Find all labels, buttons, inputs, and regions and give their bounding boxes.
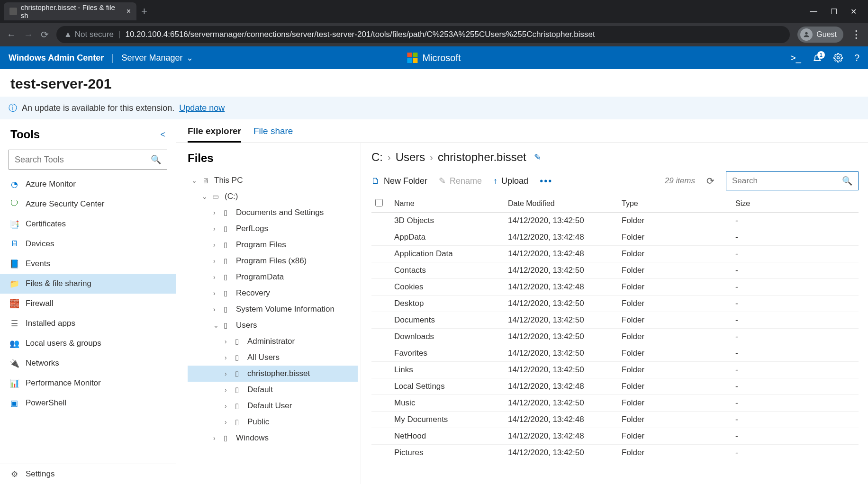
tool-icon: 📊 bbox=[9, 378, 19, 388]
tree-user-folder[interactable]: ›▯Default bbox=[188, 382, 358, 398]
powershell-icon[interactable]: >_ bbox=[790, 53, 801, 63]
browser-tab[interactable]: christopher.bisset - Files & file sh × bbox=[4, 2, 136, 20]
upload-button[interactable]: ↑ Upload bbox=[493, 176, 528, 186]
tree-user-folder[interactable]: ›▯Default User bbox=[188, 398, 358, 414]
tree-user-folder[interactable]: ›▯christopher.bisset bbox=[188, 366, 358, 382]
table-row[interactable]: Cookies14/12/2020, 13:42:48Folder- bbox=[371, 279, 859, 296]
row-name: Links bbox=[394, 365, 508, 375]
row-date: 14/12/2020, 13:42:50 bbox=[508, 332, 622, 341]
close-window-icon[interactable]: ✕ bbox=[850, 7, 857, 16]
sidebar-item-files-file-sharing[interactable]: 📁Files & file sharing bbox=[0, 274, 176, 294]
reload-button[interactable]: ⟳ bbox=[41, 29, 49, 40]
settings-gear-icon[interactable] bbox=[833, 53, 843, 63]
update-now-link[interactable]: Update now bbox=[179, 103, 225, 113]
sidebar-item-devices[interactable]: 🖥Devices bbox=[0, 234, 176, 254]
table-row[interactable]: Local Settings14/12/2020, 13:42:48Folder… bbox=[371, 378, 859, 395]
table-row[interactable]: Documents14/12/2020, 13:42:50Folder- bbox=[371, 312, 859, 329]
row-size: - bbox=[735, 233, 855, 242]
context-dropdown[interactable]: Server Manager ⌄ bbox=[121, 53, 193, 63]
tree-windows[interactable]: › ▯ Windows bbox=[188, 430, 358, 446]
table-row[interactable]: AppData14/12/2020, 13:42:48Folder- bbox=[371, 229, 859, 246]
not-secure-indicator[interactable]: ▲ Not secure bbox=[64, 30, 114, 39]
maximize-icon[interactable]: ☐ bbox=[831, 7, 837, 16]
chevron-down-icon: ⌄ bbox=[191, 177, 198, 184]
refresh-icon[interactable]: ⟳ bbox=[706, 175, 714, 187]
collapse-tools-icon[interactable]: < bbox=[160, 130, 165, 140]
minimize-icon[interactable]: — bbox=[810, 7, 817, 16]
back-button[interactable]: ← bbox=[7, 29, 16, 40]
tab-file-explorer[interactable]: File explorer bbox=[188, 126, 241, 143]
table-row[interactable]: Application Data14/12/2020, 13:42:48Fold… bbox=[371, 246, 859, 262]
tab-file-share[interactable]: File share bbox=[253, 126, 293, 143]
more-actions-icon[interactable]: ••• bbox=[540, 176, 552, 187]
table-row[interactable]: 3D Objects14/12/2020, 13:42:50Folder- bbox=[371, 213, 859, 229]
sidebar-item-performance-monitor[interactable]: 📊Performance Monitor bbox=[0, 373, 176, 393]
table-row[interactable]: Pictures14/12/2020, 13:42:50Folder- bbox=[371, 445, 859, 461]
tree-folder[interactable]: ›▯PerfLogs bbox=[188, 221, 358, 237]
tools-search[interactable]: 🔍 bbox=[9, 150, 167, 170]
forward-button[interactable]: → bbox=[24, 29, 33, 40]
col-type[interactable]: Type bbox=[622, 199, 735, 208]
wac-brand[interactable]: Windows Admin Center bbox=[9, 53, 104, 63]
tree-user-folder[interactable]: ›▯Public bbox=[188, 414, 358, 430]
new-folder-button[interactable]: 🗋 New Folder bbox=[371, 176, 427, 186]
tree-folder[interactable]: ›▯Program Files bbox=[188, 237, 358, 253]
file-search-input[interactable] bbox=[732, 176, 842, 186]
sidebar-item-certificates[interactable]: 📑Certificates bbox=[0, 214, 176, 234]
chevron-down-icon: ⌄ bbox=[202, 193, 208, 200]
tree-users[interactable]: ⌄ ▯ Users bbox=[188, 317, 358, 333]
tree-drive-c[interactable]: ⌄ ▭ (C:) bbox=[188, 188, 358, 205]
row-type: Folder bbox=[622, 448, 735, 457]
tree-user-folder[interactable]: ›▯All Users bbox=[188, 350, 358, 366]
main: Tools < 🔍 ◔Azure Monitor🛡Azure Security … bbox=[0, 119, 868, 484]
row-size: - bbox=[735, 398, 855, 408]
table-row[interactable]: Contacts14/12/2020, 13:42:50Folder- bbox=[371, 262, 859, 279]
col-date[interactable]: Date Modified bbox=[508, 199, 622, 208]
table-row[interactable]: NetHood14/12/2020, 13:42:48Folder- bbox=[371, 428, 859, 445]
sidebar-item-azure-monitor[interactable]: ◔Azure Monitor bbox=[0, 174, 176, 194]
help-icon[interactable]: ? bbox=[854, 53, 859, 63]
file-search[interactable]: 🔍 bbox=[726, 171, 859, 190]
settings-item[interactable]: ⚙ Settings bbox=[0, 464, 176, 484]
tree-folder[interactable]: ›▯Program Files (x86) bbox=[188, 253, 358, 269]
table-row[interactable]: My Documents14/12/2020, 13:42:48Folder- bbox=[371, 412, 859, 428]
col-size[interactable]: Size bbox=[735, 199, 855, 208]
sidebar-item-azure-security-center[interactable]: 🛡Azure Security Center bbox=[0, 194, 176, 214]
col-name[interactable]: Name bbox=[394, 199, 508, 208]
tab-title: christopher.bisset - Files & file sh bbox=[21, 3, 123, 19]
table-row[interactable]: Links14/12/2020, 13:42:50Folder- bbox=[371, 362, 859, 378]
tab-close-icon[interactable]: × bbox=[127, 7, 131, 16]
tree-user-folder[interactable]: ›▯Administrator bbox=[188, 333, 358, 350]
notifications-icon[interactable]: 1 bbox=[813, 53, 822, 63]
table-row[interactable]: Downloads14/12/2020, 13:42:50Folder- bbox=[371, 329, 859, 345]
breadcrumb-c[interactable]: C: bbox=[371, 151, 383, 164]
browser-menu-icon[interactable]: ⋮ bbox=[851, 28, 861, 41]
row-size: - bbox=[735, 299, 855, 308]
table-row[interactable]: Desktop14/12/2020, 13:42:50Folder- bbox=[371, 296, 859, 312]
sidebar-item-firewall[interactable]: 🧱Firewall bbox=[0, 294, 176, 314]
wac-header: Windows Admin Center | Server Manager ⌄ … bbox=[0, 46, 868, 69]
chevron-right-icon: › bbox=[213, 273, 220, 281]
sidebar-item-events[interactable]: 📘Events bbox=[0, 254, 176, 274]
sidebar-item-powershell[interactable]: ▣PowerShell bbox=[0, 393, 176, 413]
sidebar-item-networks[interactable]: 🔌Networks bbox=[0, 353, 176, 373]
tree-folder[interactable]: ›▯Documents and Settings bbox=[188, 205, 358, 221]
tree-this-pc[interactable]: ⌄ 🖥 This PC bbox=[188, 172, 358, 188]
tree-folder[interactable]: ›▯Recovery bbox=[188, 285, 358, 301]
microsoft-logo[interactable]: Microsoft bbox=[407, 53, 461, 63]
new-tab-button[interactable]: + bbox=[141, 5, 147, 18]
tree-folder[interactable]: ›▯ProgramData bbox=[188, 269, 358, 285]
tool-icon: ☰ bbox=[9, 319, 19, 328]
select-all-checkbox[interactable] bbox=[375, 199, 383, 206]
breadcrumb-users[interactable]: Users bbox=[396, 151, 425, 164]
row-size: - bbox=[735, 216, 855, 225]
profile-button[interactable]: Guest bbox=[797, 27, 843, 43]
edit-path-icon[interactable]: ✎ bbox=[534, 152, 541, 162]
table-row[interactable]: Favorites14/12/2020, 13:42:50Folder- bbox=[371, 345, 859, 362]
sidebar-item-local-users-groups[interactable]: 👥Local users & groups bbox=[0, 333, 176, 353]
sidebar-item-installed-apps[interactable]: ☰Installed apps bbox=[0, 314, 176, 333]
url-bar[interactable]: ▲ Not secure | 10.20.100.4:6516/serverma… bbox=[56, 26, 790, 43]
table-row[interactable]: Music14/12/2020, 13:42:50Folder- bbox=[371, 395, 859, 412]
tools-search-input[interactable] bbox=[15, 155, 151, 165]
tree-folder[interactable]: ›▯System Volume Information bbox=[188, 301, 358, 317]
